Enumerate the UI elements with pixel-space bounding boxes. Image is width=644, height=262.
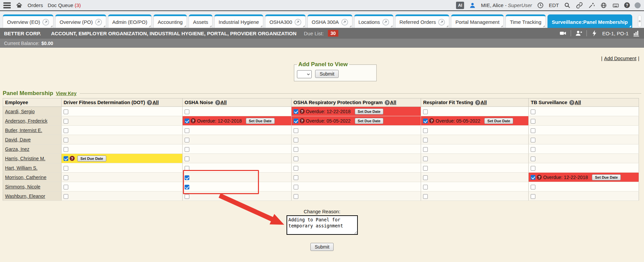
help-icon[interactable]: ? xyxy=(569,100,574,105)
set-due-date-button[interactable]: Set Due Date xyxy=(484,118,513,124)
employee-link[interactable]: David, Dave xyxy=(5,137,31,142)
status-dot-icon[interactable] xyxy=(635,2,641,8)
nav-doc-queue[interactable]: Doc Queue (3) xyxy=(48,2,81,8)
set-due-date-button[interactable]: Set Due Date xyxy=(355,118,384,124)
popout-icon[interactable] xyxy=(42,19,49,26)
popout-icon[interactable] xyxy=(438,19,445,26)
checkbox-unchecked[interactable] xyxy=(423,128,428,133)
checkbox-unchecked[interactable] xyxy=(531,128,535,133)
checkbox-unchecked[interactable] xyxy=(294,194,298,199)
select-all-link[interactable]: All xyxy=(221,100,227,105)
tab-osha-300a[interactable]: OSHA 300A xyxy=(307,14,352,28)
employee-link[interactable]: Acardi, Sergio xyxy=(5,109,35,114)
checkbox-checked[interactable] xyxy=(294,119,298,123)
tab-settings-button[interactable] xyxy=(638,15,641,27)
panel-select-dropdown[interactable] xyxy=(297,70,312,78)
hamburger-menu-icon[interactable] xyxy=(3,2,11,8)
lightning-icon[interactable] xyxy=(591,30,598,37)
checkbox-unchecked[interactable] xyxy=(64,194,68,199)
search-icon[interactable] xyxy=(564,2,571,9)
link-icon[interactable] xyxy=(576,2,583,9)
tab-assets[interactable]: Assets xyxy=(189,14,213,28)
nav-orders[interactable]: Orders xyxy=(28,2,43,8)
checkbox-unchecked[interactable] xyxy=(64,128,68,133)
select-all-link[interactable]: All xyxy=(575,100,581,105)
help-icon[interactable]: ? xyxy=(300,109,305,114)
employee-link[interactable]: Garza, Inez xyxy=(5,146,29,152)
checkbox-checked[interactable] xyxy=(294,109,298,114)
tab-surveillance-panel-membership[interactable]: Surveillance:Panel Membership xyxy=(547,14,632,28)
globe-icon[interactable] xyxy=(600,2,607,9)
checkbox-unchecked[interactable] xyxy=(531,147,535,152)
employee-link[interactable]: Simmons, Nicole xyxy=(5,184,40,189)
checkbox-unchecked[interactable] xyxy=(294,157,298,161)
tab-overview-po-[interactable]: Overview (PO) xyxy=(55,14,106,28)
checkbox-unchecked[interactable] xyxy=(294,138,298,142)
panel-membership-submit-button[interactable]: Submit xyxy=(310,243,334,251)
change-reason-textarea[interactable]: Adding to Panel for temporary assignment xyxy=(287,215,358,235)
popout-icon[interactable] xyxy=(95,19,102,26)
chart-icon[interactable] xyxy=(633,30,640,37)
checkbox-checked[interactable] xyxy=(64,156,68,161)
select-all-link[interactable]: All xyxy=(390,100,396,105)
select-all-link[interactable]: All xyxy=(152,100,159,105)
checkbox-unchecked[interactable] xyxy=(64,166,68,171)
home-icon[interactable] xyxy=(15,2,23,9)
checkbox-unchecked[interactable] xyxy=(423,194,428,199)
view-key-link[interactable]: View Key xyxy=(56,91,76,96)
popout-icon[interactable] xyxy=(341,19,348,26)
employee-link[interactable]: Harris, Christine M. xyxy=(5,156,45,161)
employee-link[interactable]: Washburn, Eleanor xyxy=(5,193,45,199)
help-icon[interactable]: ? xyxy=(300,118,305,123)
checkbox-checked[interactable] xyxy=(185,175,189,180)
set-due-date-button[interactable]: Set Due Date xyxy=(355,108,384,115)
tab-accounting[interactable]: Accounting xyxy=(153,14,187,28)
help-icon[interactable]: ? xyxy=(147,100,152,105)
checkbox-unchecked[interactable] xyxy=(294,147,298,152)
add-panel-submit-button[interactable]: Submit xyxy=(315,70,339,78)
checkbox-unchecked[interactable] xyxy=(185,166,189,171)
employee-link[interactable]: Morrison, Catherine xyxy=(5,175,46,180)
employee-link[interactable]: Anderson, Frederick xyxy=(5,118,47,124)
checkbox-unchecked[interactable] xyxy=(64,147,68,152)
checkbox-unchecked[interactable] xyxy=(185,128,189,133)
checkbox-unchecked[interactable] xyxy=(531,157,535,161)
checkbox-unchecked[interactable] xyxy=(423,157,428,161)
help-icon[interactable]: ? xyxy=(429,118,434,123)
help-icon[interactable]: ? xyxy=(537,175,542,180)
set-due-date-button[interactable]: Set Due Date xyxy=(592,174,621,180)
video-camera-icon[interactable] xyxy=(559,30,567,37)
tab-admin-eo-po-[interactable]: Admin (EO/PO) xyxy=(108,14,152,28)
keyboard-icon[interactable] xyxy=(612,2,619,9)
checkbox-unchecked[interactable] xyxy=(64,175,68,180)
clock-icon[interactable] xyxy=(537,2,544,9)
checkbox-checked[interactable] xyxy=(423,119,428,123)
help-icon[interactable]: ? xyxy=(475,100,480,105)
checkbox-unchecked[interactable] xyxy=(185,147,189,152)
checkbox-unchecked[interactable] xyxy=(185,157,189,161)
checkbox-unchecked[interactable] xyxy=(531,185,535,189)
company-name[interactable]: BETTER CORP. xyxy=(4,31,41,36)
set-due-date-button[interactable]: Set Due Date xyxy=(246,118,275,124)
help-icon[interactable]: ? xyxy=(624,2,630,8)
tab-time-tracking[interactable]: Time Tracking xyxy=(505,14,546,28)
checkbox-unchecked[interactable] xyxy=(423,138,428,142)
tab-industrial-hygiene[interactable]: Industrial Hygiene xyxy=(214,14,263,28)
checkbox-unchecked[interactable] xyxy=(64,185,68,189)
checkbox-unchecked[interactable] xyxy=(64,138,68,142)
popout-icon[interactable] xyxy=(295,19,301,26)
checkbox-unchecked[interactable] xyxy=(423,147,428,152)
checkbox-unchecked[interactable] xyxy=(294,175,298,180)
employee-link[interactable]: Hart, William S. xyxy=(5,165,37,171)
help-icon[interactable]: ? xyxy=(70,156,75,161)
user-name-and-role[interactable]: MIE, Alice - SuperUser xyxy=(481,2,532,8)
checkbox-unchecked[interactable] xyxy=(294,128,298,133)
ai-badge[interactable]: AI xyxy=(456,2,464,9)
checkbox-unchecked[interactable] xyxy=(185,110,189,114)
checkbox-unchecked[interactable] xyxy=(294,166,298,171)
tab-portal-management[interactable]: Portal Management xyxy=(451,14,504,28)
wand-icon[interactable] xyxy=(588,2,595,9)
checkbox-unchecked[interactable] xyxy=(531,119,535,124)
checkbox-unchecked[interactable] xyxy=(64,119,68,124)
checkbox-unchecked[interactable] xyxy=(64,110,68,114)
